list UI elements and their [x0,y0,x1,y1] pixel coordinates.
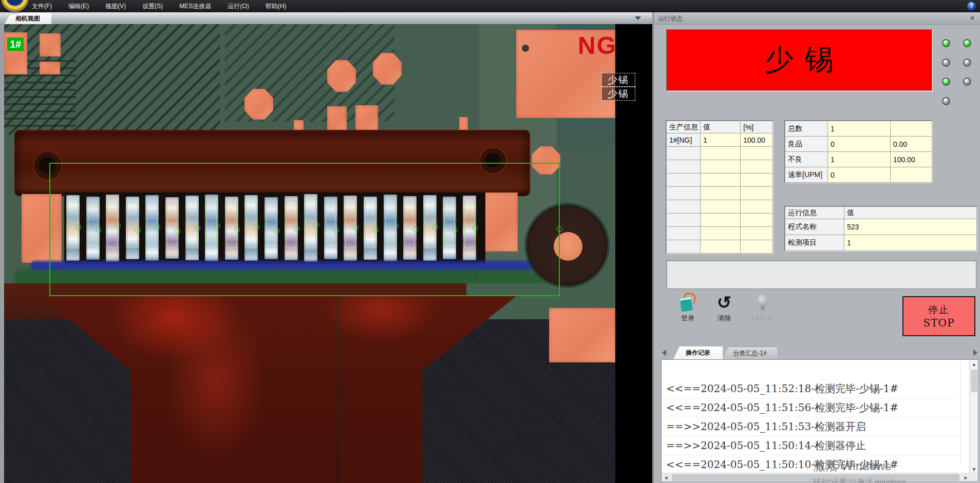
table-header: 生产信息 [667,121,701,133]
menu-item-1[interactable]: 文件(F) [24,0,60,12]
help-icon[interactable]: ? [967,2,976,10]
table-cell [667,187,701,200]
table-cell [741,227,773,240]
copper-pad [355,105,378,132]
log-tab-bar: 操作记录 分类汇总-1# [661,345,978,359]
table-cell: 程式名称 [785,219,844,235]
menu-bar: 文件(F)编辑(E)视图(V)设置(S)MES连接器运行(O)帮助(H) [0,0,294,12]
run-info-table: 运行信息值程式名称523检测项目1 [785,206,977,251]
defect-tag: 少锡 [601,87,635,101]
table-cell [891,167,932,183]
table-cell: 1 [828,152,891,167]
tab-scroll-left-icon[interactable] [662,350,666,356]
table-cell [701,187,741,200]
table-header: [%] [741,121,773,133]
pcb-camera-image: 1# [4,24,615,483]
menu-item-2[interactable]: 编辑(E) [60,0,97,12]
flex-cable-seam [337,295,339,483]
copper-pad [40,33,61,56]
table-cell [701,200,741,214]
status-led-gray [942,97,950,105]
status-led-gray [963,78,971,86]
table-cell [667,214,701,227]
table-cell: 0 [828,167,891,183]
log-entry: <<==2024-05-05_11:51:56-检测完毕-少锡-1# [662,398,960,417]
tab-category-summary[interactable]: 分类汇总-1# [723,346,777,359]
badge-icon [679,294,697,312]
table-cell [741,160,773,173]
log-entry: ==>>2024-05-05_11:51:53-检测器开启 [662,417,960,436]
table-cell [741,173,773,187]
button-bulb[interactable]: LED 灯 [746,294,779,325]
table-cell [701,227,741,240]
title-bar: 文件(F)编辑(E)视图(V)设置(S)MES连接器运行(O)帮助(H) ? [0,0,980,12]
copper-pad [40,62,60,74]
table-cell: 100.00 [891,152,932,167]
horizontal-scrollbar[interactable]: ◄ ► [662,473,978,481]
bulb-glass-shape [757,295,768,307]
inspection-roi-rectangle [49,163,560,296]
scroll-up-icon[interactable]: ▲ [970,360,978,369]
stop-button[interactable]: 停止 STOP [902,296,975,336]
tab-operation-log[interactable]: 操作记录 [673,346,723,359]
copper-pad-octagon [373,53,402,85]
table-cell [667,173,701,187]
table-header: 运行信息 [785,207,844,219]
table-cell [741,214,773,227]
chevron-down-icon[interactable] [635,16,641,20]
result-banner-text: 少锡 [753,41,845,80]
scroll-left-icon[interactable]: ◄ [662,473,670,482]
log-list: <<==2024-05-05_11:52:18-检测完毕-少锡-1#<<==20… [662,360,960,465]
bulb-base-shape [760,306,765,311]
button-label: 清除 [708,314,741,323]
panel-header: 运行状态 × [654,12,980,25]
close-icon[interactable]: × [968,13,977,23]
table-cell: 检测项目 [785,235,844,251]
table-cell: 523 [844,219,977,235]
status-led-green [942,78,950,86]
table-cell [667,227,701,240]
table-cell [891,121,932,137]
copper-pad-octagon [327,60,356,92]
tab-camera-view[interactable]: 相机视图 [4,13,51,24]
menu-item-6[interactable]: 运行(O) [219,0,257,12]
button-label: LED 灯 [746,314,779,323]
table-cell [701,214,741,227]
scroll-right-icon[interactable]: ► [962,473,970,482]
clear-icon: ↺ [715,294,733,312]
pad-hole [522,45,529,52]
log-column-divider [960,360,961,465]
menu-item-5[interactable]: MES连接器 [171,0,219,12]
table-cell: 1 [828,121,891,137]
menu-item-3[interactable]: 视图(V) [97,0,134,12]
table-cell: 1#[NG] [667,133,701,147]
vscroll-thumb[interactable] [971,370,977,392]
log-entry: ==>>2024-05-05_11:50:14-检测器停止 [662,436,960,455]
status-led-gray [942,59,950,67]
stop-button-en: STOP [924,317,955,329]
table-header: 值 [844,207,977,219]
button-badge[interactable]: 登录 [671,294,704,325]
menu-item-4[interactable]: 设置(S) [134,0,171,12]
run-status-panel: 运行状态 × 少锡 生产信息值[%]1#[NG]1100.00 总数1良品00.… [653,12,980,483]
production-table: 生产信息值[%]1#[NG]1100.00 [666,121,773,254]
camera-tab-strip: 相机视图 [0,12,652,24]
badge-card-shape [680,297,692,312]
vertical-scrollbar[interactable]: ▲ ▼ [969,360,978,474]
tab-scroll-right-icon[interactable] [973,350,977,356]
table-cell [667,200,701,214]
table-cell [741,240,773,254]
hscroll-thumb[interactable] [672,474,959,481]
log-entry: <<==2024-05-05_11:52:18-检测完毕-少锡-1# [662,379,960,398]
copper-pad [327,106,347,133]
table-cell [701,240,741,254]
message-box [666,260,976,289]
menu-item-7[interactable]: 帮助(H) [257,0,295,12]
table-cell: 0.00 [891,137,932,152]
table-cell [667,147,701,160]
log-entry: <<==2024-05-05_11:50:10-检测完毕-少锡-1# [662,455,960,474]
table-cell [741,200,773,214]
table-cell: 不良 [785,152,828,167]
button-clear[interactable]: ↺清除 [708,294,741,325]
table-cell: 1 [844,235,977,251]
